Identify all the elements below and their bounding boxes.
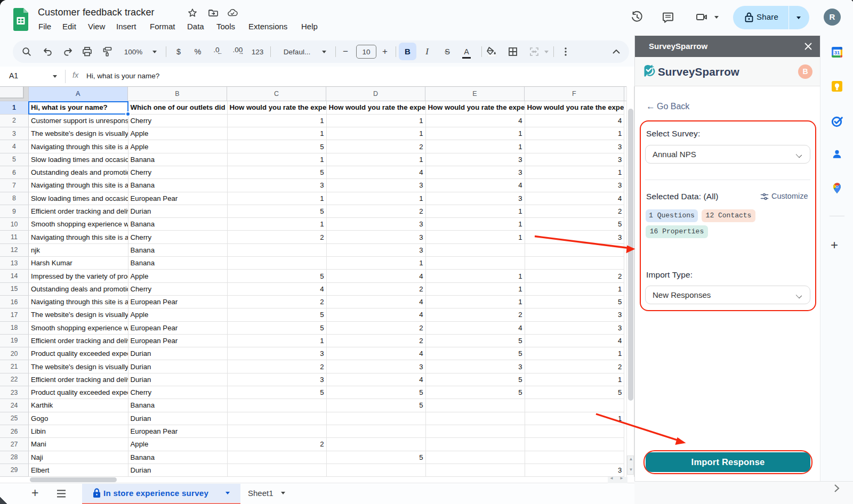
- svg-text:31: 31: [834, 50, 840, 55]
